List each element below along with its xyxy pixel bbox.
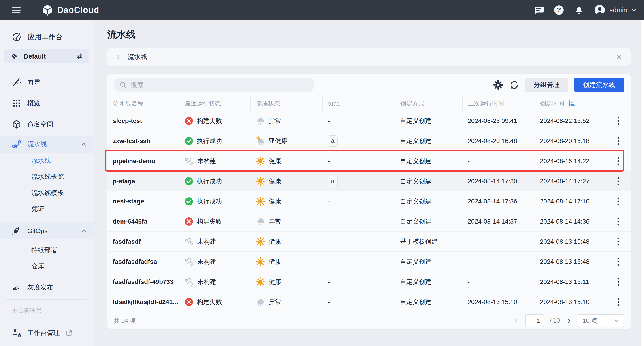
group-manage-button[interactable]: 分组管理 — [525, 78, 568, 92]
sidebar-item-wizard[interactable]: 向导 — [0, 72, 94, 93]
page-number-input[interactable] — [525, 315, 544, 327]
sidebar-item-pipeline-templates[interactable]: 流水线模板 — [0, 185, 94, 201]
run-status-cell: 构建失败 — [179, 217, 250, 226]
create-method-cell: 自定义创建 — [395, 117, 462, 125]
page-size-select[interactable]: 10 项 — [578, 314, 624, 327]
row-actions-menu[interactable] — [606, 277, 630, 287]
close-icon[interactable] — [616, 54, 622, 60]
page-size-value: 10 项 — [583, 317, 597, 325]
sidebar-item-pipeline-overview[interactable]: 流水线概览 — [0, 169, 94, 185]
row-actions-menu[interactable] — [606, 176, 630, 186]
row-actions-menu[interactable] — [606, 297, 630, 307]
not-built-status-icon — [184, 257, 194, 266]
run-status-label: 未构建 — [197, 237, 216, 246]
pipeline-name[interactable]: fasdfasdfsdf-49b733 — [108, 278, 179, 285]
sidebar-section-pipeline[interactable]: 流水线 — [0, 136, 94, 153]
table-row[interactable]: pipeline-demo 未构建 健康 - 自定义创建 - 2024-08-1… — [108, 151, 630, 171]
pipeline-name[interactable]: fasdfasdf — [108, 238, 179, 245]
pipeline-name[interactable]: pipeline-demo — [108, 158, 179, 165]
pipeline-name[interactable]: fasdfasdfadfsa — [108, 258, 179, 265]
sidebar-item-repository[interactable]: 仓库 — [0, 258, 94, 274]
menu-toggle-icon[interactable] — [12, 7, 20, 13]
health-status-cell: 健康 — [250, 237, 322, 246]
last-run-time-cell: - — [462, 158, 534, 165]
table-settings-gear-icon[interactable] — [493, 80, 503, 90]
workspace-name: Default — [24, 53, 46, 60]
sidebar-item-gray-release[interactable]: 灰度发布 — [0, 277, 94, 298]
feedback-icon[interactable] — [534, 5, 544, 15]
sidebar-item-credentials[interactable]: 凭证 — [0, 201, 94, 217]
user-menu[interactable]: admin — [594, 4, 637, 16]
sidebar-item-label: 向导 — [27, 78, 40, 87]
sidebar-item-label: 灰度发布 — [27, 283, 53, 292]
sidebar-item-workbench-admin[interactable]: 工作台管理 — [0, 324, 94, 342]
daocloud-app: DaoCloud ? admin 应用工作台 Default — [0, 0, 644, 346]
scrollbar[interactable] — [641, 20, 644, 346]
username: admin — [609, 6, 627, 14]
success-status-icon — [184, 137, 193, 146]
sidebar-section-gitops[interactable]: GitOps — [0, 222, 94, 239]
health-status-label: 健康 — [269, 237, 281, 246]
table-row[interactable]: p-stage 执行成功 健康 a 自定义创建 2024-08-14 17:30… — [108, 171, 630, 191]
sidebar-item-pipelines[interactable]: 流水线 — [0, 153, 94, 169]
notifications-bell-icon[interactable] — [574, 5, 584, 15]
pipeline-collapse-panel[interactable]: 流水线 — [108, 48, 630, 66]
table-row[interactable]: fasdfasdfsdf-49b733 未构建 健康 - 自定义创建 - 202… — [108, 272, 630, 292]
search-box[interactable] — [114, 78, 314, 92]
pipeline-name[interactable]: nest-stage — [108, 198, 179, 205]
sort-descending-icon[interactable] — [568, 100, 575, 107]
pipeline-name[interactable]: sleep-test — [108, 117, 179, 125]
pipeline-name[interactable]: zxw-test-ssh — [108, 138, 179, 145]
refresh-icon[interactable] — [509, 80, 519, 90]
chevron-up-icon — [80, 227, 87, 234]
health-status-label: 健康 — [269, 177, 281, 185]
kebab-menu-icon — [617, 176, 620, 186]
help-icon[interactable]: ? — [554, 5, 564, 15]
table-row[interactable]: nest-stage 执行成功 健康 - 自定义创建 2024-08-14 17… — [108, 191, 630, 211]
last-run-time-cell: 2024-08-14 14:37 — [462, 218, 534, 225]
chevron-down-icon — [631, 7, 637, 13]
table-row[interactable]: sleep-test 构建失败 异常 - 自定义创建 2024-08-23 09… — [108, 111, 630, 131]
prev-page-button[interactable] — [513, 318, 519, 324]
table-row[interactable]: fasdfasdf 未构建 健康 - 基于模板创建 - 2024-08-13 1… — [108, 232, 630, 252]
avatar — [594, 4, 605, 16]
row-actions-menu[interactable] — [606, 136, 630, 146]
row-actions-menu[interactable] — [606, 196, 630, 206]
run-status-cell: 执行成功 — [179, 177, 250, 186]
create-pipeline-button[interactable]: 创建流水线 — [574, 78, 624, 92]
run-status-label: 构建失败 — [197, 217, 222, 226]
group-cell: - — [322, 198, 395, 205]
sidebar-item-continuous-deploy[interactable]: 持续部署 — [0, 242, 94, 258]
toolbar: 分组管理 创建流水线 — [108, 74, 630, 96]
pipeline-name[interactable]: dem-6446fa — [108, 218, 179, 225]
table-row[interactable]: fdsalkjflkasjldf-d241… 构建失败 异常 - 自定义创建 2… — [108, 292, 630, 312]
table-row[interactable]: dem-6446fa 构建失败 异常 - 自定义创建 2024-08-14 14… — [108, 211, 630, 232]
pipeline-name[interactable]: fdsalkjflkasjldf-d241… — [108, 298, 179, 306]
run-status-label: 未构建 — [197, 278, 216, 286]
kebab-menu-icon — [617, 237, 620, 247]
chevron-right-icon[interactable] — [116, 54, 122, 60]
next-page-button[interactable] — [566, 318, 572, 324]
panel-crumb: 流水线 — [128, 52, 147, 61]
row-actions-menu[interactable] — [606, 217, 630, 226]
row-actions-menu[interactable] — [606, 116, 630, 126]
workspace-selector[interactable]: Default — [4, 49, 89, 63]
create-method-cell: 自定义创建 — [395, 157, 462, 166]
created-time-cell: 2024-08-13 15:48 — [534, 238, 606, 245]
switch-workspace-icon[interactable] — [75, 52, 84, 61]
table-row[interactable]: zxw-test-ssh 执行成功 亚健康 a 自定义创建 2024-08-20… — [108, 131, 630, 151]
table-row[interactable]: fasdfasdfadfsa 未构建 健康 - 自定义创建 - 2024-08-… — [108, 252, 630, 272]
page-count: / 10 — [550, 317, 560, 324]
row-actions-menu[interactable] — [606, 257, 630, 267]
grid-icon — [12, 98, 22, 108]
search-input[interactable] — [130, 81, 309, 89]
not-built-status-icon — [184, 237, 194, 246]
external-link-icon — [66, 330, 73, 337]
sidebar-item-namespace[interactable]: 命名空间 — [0, 114, 94, 135]
sidebar-item-overview[interactable]: 概览 — [0, 93, 94, 114]
row-actions-menu[interactable] — [606, 237, 630, 247]
pipeline-name[interactable]: p-stage — [108, 178, 179, 185]
health-status-label: 异常 — [269, 298, 281, 306]
sidebar-section-label: GitOps — [27, 227, 48, 235]
row-actions-menu[interactable] — [606, 156, 630, 166]
